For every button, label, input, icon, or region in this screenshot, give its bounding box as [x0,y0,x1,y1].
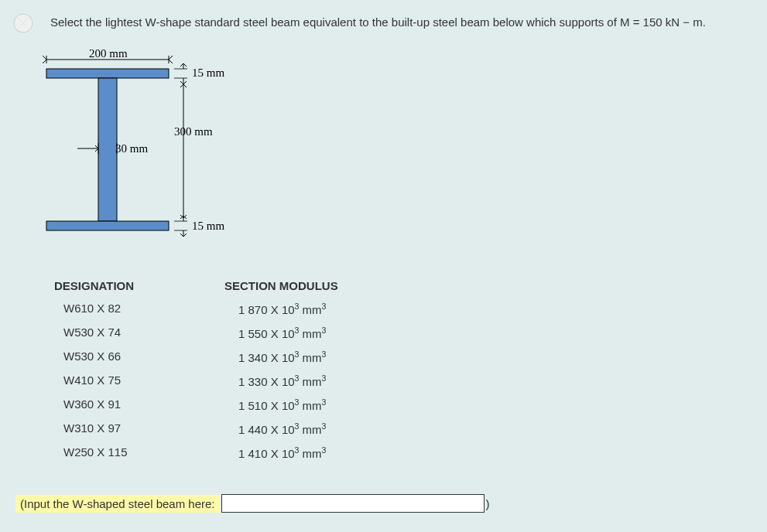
dim-flange-width: 200 mm [89,47,128,60]
question-mark-icon [12,12,35,35]
cell-modulus: 1 330 X 103 mm3 [224,373,326,388]
beam-diagram: 200 mm 15 mm 300 mm 30 mm [23,44,728,248]
table-row: W250 X 1151 410 X 103 mm3 [54,445,728,460]
beam-table: DESIGNATION SECTION MODULUS W610 X 821 8… [54,279,728,460]
cell-designation: W530 X 74 [54,326,224,340]
question-text: Select the lightest W-shape standard ste… [50,15,728,29]
svg-rect-9 [98,78,117,221]
cell-modulus: 1 870 X 103 mm3 [224,302,326,316]
cell-designation: W610 X 82 [54,302,224,316]
cell-modulus: 1 510 X 103 mm3 [224,397,326,412]
svg-rect-4 [46,69,169,78]
table-row: W310 X 971 440 X 103 mm3 [54,421,728,436]
cell-designation: W250 X 115 [54,445,224,460]
cell-designation: W530 X 66 [54,350,224,364]
cell-modulus: 1 340 X 103 mm3 [224,350,326,364]
table-row: W530 X 741 550 X 103 mm3 [54,326,728,340]
dim-top-flange-thickness: 15 mm [192,66,224,79]
cell-modulus: 1 550 X 103 mm3 [224,326,326,340]
table-row: W610 X 821 870 X 103 mm3 [54,302,728,316]
table-row: W360 X 911 510 X 103 mm3 [54,397,728,412]
paren-close: ) [486,497,490,510]
header-modulus: SECTION MODULUS [224,279,338,292]
svg-rect-14 [46,221,169,230]
table-header: DESIGNATION SECTION MODULUS [54,279,728,292]
header-designation: DESIGNATION [54,279,224,292]
dim-web-thickness: 30 mm [115,142,148,155]
answer-input-area: (Input the W-shaped steel beam here: ) [15,494,490,513]
dim-bottom-flange-thickness: 15 mm [192,220,224,232]
answer-input[interactable] [221,494,485,513]
input-label: (Input the W-shaped steel beam here: [15,495,220,513]
cell-designation: W410 X 75 [54,373,224,388]
cell-designation: W310 X 97 [54,421,224,436]
cell-designation: W360 X 91 [54,397,224,412]
table-row: W530 X 661 340 X 103 mm3 [54,350,728,364]
cell-modulus: 1 440 X 103 mm3 [224,421,326,436]
cell-modulus: 1 410 X 103 mm3 [224,445,326,460]
table-row: W410 X 751 330 X 103 mm3 [54,373,728,388]
dim-web-height: 300 mm [174,125,213,138]
